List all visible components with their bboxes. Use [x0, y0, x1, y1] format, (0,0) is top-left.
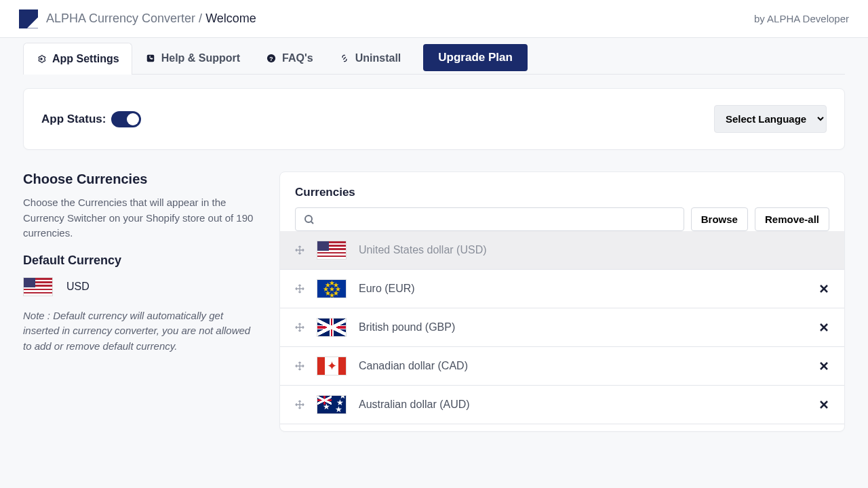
gear-icon — [36, 54, 47, 64]
choose-currencies-desc: Choose the Currencies that will appear i… — [23, 195, 260, 241]
currencies-heading: Currencies — [280, 186, 844, 207]
unlink-icon — [339, 53, 350, 64]
upgrade-plan-button[interactable]: Upgrade Plan — [423, 44, 528, 71]
currency-row[interactable]: British pound (GBP) — [280, 308, 844, 347]
status-left: App Status: — [41, 111, 141, 127]
currency-row[interactable]: Canadian dollar (CAD) — [280, 347, 844, 386]
remove-currency-button[interactable] — [818, 322, 829, 333]
default-currency-heading: Default Currency — [23, 253, 260, 268]
status-card: App Status: Select Language — [23, 88, 845, 150]
flag-us-icon — [317, 241, 347, 260]
currency-row[interactable]: United States dollar (USD) — [280, 231, 844, 270]
currency-label: United States dollar (USD) — [359, 244, 829, 256]
currency-label: Euro (EUR) — [359, 283, 806, 295]
drag-handle-icon[interactable] — [295, 361, 304, 371]
left-column: Choose Currencies Choose the Currencies … — [23, 171, 260, 366]
tab-app-settings[interactable]: App Settings — [23, 43, 132, 75]
status-label: App Status: — [41, 113, 106, 126]
remove-currency-button[interactable] — [818, 361, 829, 371]
app-name[interactable]: ALPHA Currency Converter — [46, 12, 195, 25]
drag-handle-icon[interactable] — [295, 284, 304, 293]
choose-currencies-heading: Choose Currencies — [23, 171, 260, 187]
browse-button[interactable]: Browse — [691, 207, 748, 231]
currency-label: Australian dollar (AUD) — [359, 399, 806, 411]
svg-text:?: ? — [269, 56, 273, 62]
currency-search-input[interactable] — [320, 214, 675, 225]
current-page: Welcome — [205, 12, 256, 25]
flag-gb-icon — [317, 318, 347, 337]
remove-all-button[interactable]: Remove-all — [755, 207, 829, 231]
currency-label: British pound (GBP) — [359, 321, 806, 333]
flag-eu-icon — [317, 279, 347, 298]
drag-handle-icon[interactable] — [295, 400, 304, 409]
currency-row[interactable]: Australian dollar (AUD) — [280, 386, 844, 424]
search-row: Browse Remove-all — [280, 207, 844, 231]
top-bar: ALPHA Currency Converter / Welcome by AL… — [0, 0, 868, 38]
status-toggle[interactable] — [111, 111, 141, 127]
flag-ca-icon — [317, 357, 347, 375]
tab-label: Help & Support — [161, 52, 240, 64]
breadcrumb-container: ALPHA Currency Converter / Welcome — [19, 9, 256, 28]
svg-point-3 — [305, 216, 312, 222]
tab-label: FAQ's — [282, 52, 313, 64]
currency-list: United States dollar (USD)Euro (EUR)Brit… — [280, 231, 844, 424]
search-icon — [304, 214, 315, 225]
remove-currency-button[interactable] — [818, 283, 829, 294]
flag-us-icon — [23, 277, 53, 296]
drag-handle-icon[interactable] — [295, 245, 304, 255]
tab-uninstall[interactable]: Uninstall — [326, 42, 414, 74]
tab-faq[interactable]: ? FAQ's — [253, 42, 326, 74]
currencies-panel: Currencies Browse Remove-all United Stat… — [279, 171, 845, 432]
breadcrumb-separator: / — [199, 12, 202, 25]
default-currency-row: USD — [23, 277, 260, 296]
phone-icon — [145, 53, 156, 64]
language-select[interactable]: Select Language — [714, 105, 827, 133]
default-currency-code: USD — [66, 281, 90, 293]
byline[interactable]: by ALPHA Developer — [754, 13, 849, 24]
currency-label: Canadian dollar (CAD) — [359, 360, 806, 372]
question-icon: ? — [266, 53, 277, 64]
default-currency-note: Note : Default currency will automatical… — [23, 308, 260, 354]
tab-help-support[interactable]: Help & Support — [132, 42, 253, 74]
tab-label: Uninstall — [355, 52, 401, 64]
search-box[interactable] — [295, 207, 684, 231]
tab-bar: App Settings Help & Support ? FAQ's Unin… — [23, 42, 845, 75]
currency-row[interactable]: Euro (EUR) — [280, 270, 844, 308]
remove-currency-button[interactable] — [818, 399, 829, 410]
drag-handle-icon[interactable] — [295, 323, 304, 332]
tab-label: App Settings — [52, 53, 119, 65]
breadcrumb: ALPHA Currency Converter / Welcome — [46, 12, 256, 26]
flag-au-icon — [317, 395, 347, 414]
app-logo — [19, 9, 38, 28]
